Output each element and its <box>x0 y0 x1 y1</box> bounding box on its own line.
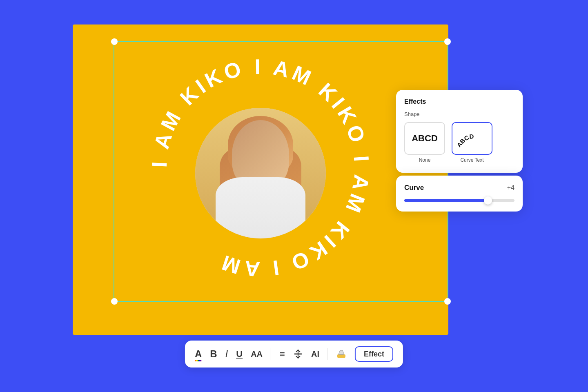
font-color-label: A <box>195 348 202 360</box>
shape-options: ABCD None ABCD Curve Text <box>404 122 514 163</box>
underline-label: U <box>236 349 243 359</box>
svg-marker-5 <box>339 350 344 354</box>
bold-label: B <box>210 348 217 360</box>
font-size-button[interactable]: AA <box>251 350 263 359</box>
shape-card-curve[interactable]: ABCD <box>452 122 492 155</box>
shape-option-curve[interactable]: ABCD Curve Text <box>452 122 492 163</box>
curve-title: Curve <box>404 184 424 192</box>
curve-panel: Curve +4 <box>396 176 523 212</box>
curve-slider-fill <box>404 199 487 202</box>
ai-label: AI <box>311 350 319 359</box>
align-label: ≡ <box>279 348 285 360</box>
highlight-button[interactable] <box>336 349 347 359</box>
curve-slider-thumb[interactable] <box>484 196 492 205</box>
effect-button[interactable]: Effect <box>355 346 393 362</box>
shape-option-none[interactable]: ABCD None <box>404 122 445 163</box>
person-photo <box>195 108 326 238</box>
bold-button[interactable]: B <box>210 348 217 360</box>
curve-value: +4 <box>507 184 514 192</box>
shape-card-none[interactable]: ABCD <box>404 122 445 155</box>
shape-none-text: ABCD <box>412 133 438 144</box>
text-toolbar: A B I U AA ≡ AI <box>185 341 403 368</box>
effects-panel: Effects Shape ABCD None ABCD Curve Text <box>396 90 523 173</box>
curve-text-preview: ABCD <box>458 127 486 150</box>
toolbar-divider-2 <box>327 348 328 360</box>
curve-header: Curve +4 <box>404 184 514 192</box>
toolbar-divider-1 <box>271 348 271 360</box>
shape-label: Shape <box>404 111 514 117</box>
italic-button[interactable]: I <box>225 348 228 360</box>
highlight-icon <box>336 349 347 359</box>
svg-text:ABCD: ABCD <box>458 133 474 148</box>
font-size-label: AA <box>251 350 263 359</box>
center-circle <box>195 108 326 238</box>
color-bar <box>195 360 202 361</box>
font-color-button[interactable]: A <box>195 348 202 360</box>
effects-panel-title: Effects <box>404 98 514 105</box>
svg-rect-4 <box>337 354 345 358</box>
shape-none-label: None <box>419 157 431 163</box>
shape-curve-label: Curve Text <box>460 157 483 163</box>
line-height-button[interactable] <box>293 349 303 359</box>
canvas-container: I AM KIKO I AM KIKO I AM KIKO I AM <box>73 24 448 335</box>
person-body <box>216 177 305 238</box>
align-button[interactable]: ≡ <box>279 348 285 360</box>
underline-button[interactable]: U <box>236 349 243 359</box>
ai-button[interactable]: AI <box>311 350 319 359</box>
curve-slider-track[interactable] <box>404 199 514 202</box>
italic-label: I <box>225 348 228 360</box>
line-height-icon <box>293 349 303 359</box>
